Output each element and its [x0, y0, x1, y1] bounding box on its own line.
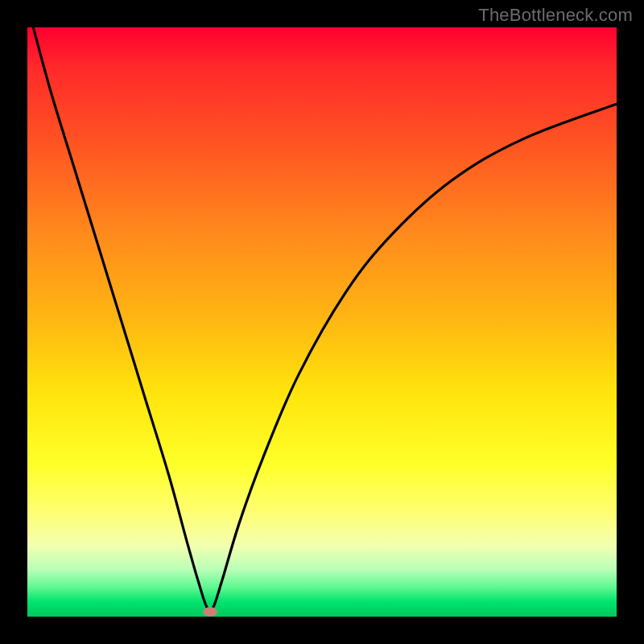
chart-plot-area	[27, 27, 617, 617]
watermark-text: TheBottleneck.com	[478, 5, 633, 26]
optimal-point-marker	[203, 607, 217, 617]
bottleneck-curve	[27, 27, 617, 617]
